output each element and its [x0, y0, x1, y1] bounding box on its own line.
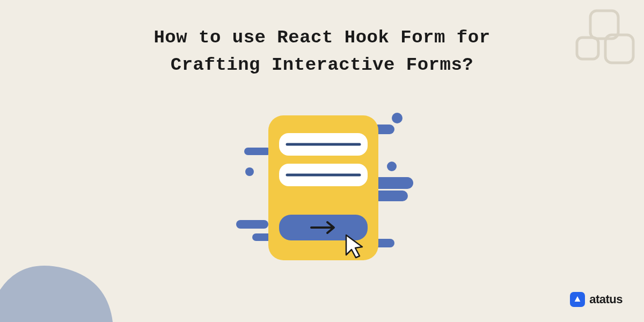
- title-line-2: Crafting Interactive Forms?: [171, 55, 473, 75]
- brand-logo: atatus: [570, 292, 623, 307]
- brand-icon: [570, 292, 585, 307]
- brand-name: atatus: [589, 292, 623, 306]
- decorative-blob: [0, 215, 118, 322]
- title-line-1: How to use React Hook Form for: [153, 27, 490, 48]
- svg-point-3: [392, 113, 402, 123]
- svg-rect-5: [244, 148, 271, 155]
- svg-point-9: [387, 162, 397, 171]
- page-title: How to use React Hook Form for Crafting …: [0, 24, 644, 79]
- form-illustration: [225, 107, 419, 279]
- svg-point-6: [245, 167, 254, 176]
- svg-rect-10: [236, 220, 268, 229]
